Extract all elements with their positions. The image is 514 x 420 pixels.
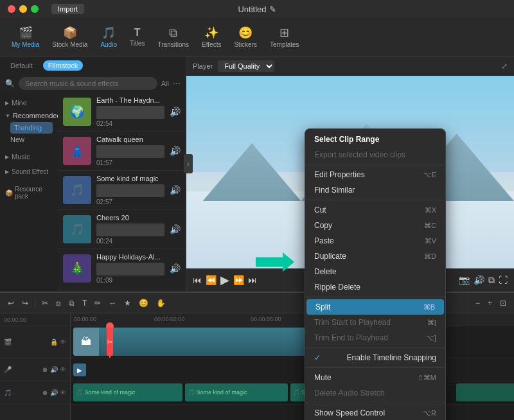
panel-collapse-btn[interactable]: ‹ [184, 154, 193, 173]
video-lock-icon[interactable]: 🔒 [50, 338, 58, 346]
sidebar-item-mine[interactable]: ▶ Mine [0, 96, 58, 109]
effects-icon: ✨ [204, 26, 218, 40]
cm-mute[interactable]: Mute ⇧⌘M [305, 370, 445, 385]
add-to-timeline-3[interactable]: 🔊 [170, 224, 181, 234]
text-button[interactable]: T [80, 297, 89, 309]
music-track-row[interactable]: 🎵 Some kind of magic 🎵 Some kind of magi… [71, 381, 514, 405]
music-clip-4[interactable] [456, 383, 514, 401]
audio-record-icon[interactable]: ⏺ [42, 366, 48, 373]
sidebar-item-sound-effect[interactable]: ▶ Sound Effect [0, 166, 58, 178]
arrow-shape [256, 252, 294, 272]
cm-ripple-delete[interactable]: Ripple Delete [305, 279, 445, 295]
pip-button[interactable]: ⧉ [488, 275, 495, 286]
sidebar-item-trending[interactable]: Trending [10, 122, 53, 134]
sidebar-item-recommended[interactable]: ▼ Recommended Trending New [0, 109, 58, 148]
cm-split[interactable]: Split ⌘B [306, 299, 444, 315]
music-item-1[interactable]: 👗 Catwalk queen 01:57 🔊 [58, 132, 186, 171]
right-controls: 📷 🔊 ⧉ ⛶ [459, 275, 508, 286]
effect-tl-button[interactable]: ★ [121, 297, 134, 309]
minimize-button[interactable] [19, 5, 27, 13]
cm-delete-audio-stretch[interactable]: Delete Audio Stretch [305, 385, 445, 401]
redo-button[interactable]: ↪ [19, 297, 31, 309]
audio-mute-icon[interactable]: 🔊 [50, 366, 58, 373]
cm-edit-properties[interactable]: Edit Properties ⌥E [305, 167, 445, 182]
transition-tl-button[interactable]: ↔ [106, 297, 119, 309]
stickers-icon: 😊 [238, 26, 253, 40]
nav-stickers[interactable]: 😊 Stickers [229, 23, 262, 51]
audio-track-row[interactable]: ▶ [71, 358, 514, 381]
audio-play-marker[interactable]: ▶ [73, 363, 86, 376]
nav-titles[interactable]: T Titles [125, 24, 150, 49]
nav-stock-media[interactable]: 📦 Stock Media [47, 23, 93, 51]
music-item-3[interactable]: 🎵 Cheers 20 00:24 🔊 [58, 210, 186, 249]
titles-icon: T [134, 27, 141, 39]
cm-enable-snapping[interactable]: Enable Timeline Snapping [305, 350, 445, 365]
add-to-timeline-4[interactable]: 🔊 [170, 263, 181, 274]
filter-more-icon[interactable]: ⋯ [173, 79, 181, 88]
skip-forward-button[interactable]: ⏭ [248, 275, 257, 285]
cm-copy[interactable]: Copy ⌘C [305, 218, 445, 233]
cut-button[interactable]: ✂ [39, 297, 51, 309]
skip-back-button[interactable]: ⏮ [193, 275, 202, 285]
maximize-button[interactable] [31, 5, 39, 13]
video-eye-icon[interactable]: 👁 [60, 338, 66, 346]
volume-button[interactable]: 🔊 [474, 275, 484, 285]
add-to-timeline-2[interactable]: 🔊 [170, 185, 181, 195]
add-to-timeline-0[interactable]: 🔊 [170, 107, 181, 117]
step-forward-button[interactable]: ⏩ [233, 275, 244, 285]
cm-trim-start[interactable]: Trim Start to Playhead ⌘[ [305, 315, 445, 330]
play-button[interactable]: ▶ [220, 273, 229, 287]
crop-button[interactable]: ⧈ [53, 297, 64, 309]
quality-select[interactable]: Full Quality [218, 60, 274, 72]
music-clip-2[interactable]: 🎵 Some kind of magic [185, 383, 288, 401]
tab-filmstock[interactable]: Filmstock [43, 60, 83, 71]
cm-find-similar[interactable]: Find Similar [305, 182, 445, 198]
resource-pack[interactable]: 📦 Resource pack [0, 183, 58, 202]
music-eye-icon[interactable]: 👁 [60, 389, 66, 396]
pen-button[interactable]: ✏ [92, 297, 103, 309]
fit-button[interactable]: ⊡ [497, 297, 509, 309]
music-mute-icon[interactable]: 🔊 [50, 389, 58, 396]
toolbar-divider-1 [35, 298, 35, 308]
import-button[interactable]: Import [51, 4, 84, 14]
cm-duplicate[interactable]: Duplicate ⌘D [305, 249, 445, 264]
music-thumb-4: 🎄 [63, 254, 91, 283]
nav-effects[interactable]: ✨ Effects [197, 23, 226, 51]
audio-eye-icon[interactable]: 👁 [60, 366, 66, 373]
fullscreen-icon[interactable]: ⤢ [501, 62, 508, 71]
mine-arrow-icon: ▶ [5, 100, 9, 106]
cm-paste[interactable]: Paste ⌘V [305, 233, 445, 249]
cm-trim-end[interactable]: Trim End to Playhead ⌥] [305, 330, 445, 346]
add-to-timeline-1[interactable]: 🔊 [170, 146, 181, 156]
nav-templates[interactable]: ⊞ Templates [265, 23, 305, 51]
hand-button[interactable]: ✋ [154, 297, 168, 309]
snapshot-button[interactable]: 📷 [459, 275, 470, 285]
music-record-icon[interactable]: ⏺ [42, 389, 48, 396]
nav-my-media[interactable]: 🎬 My Media [6, 23, 44, 51]
music-item-2[interactable]: 🎵 Some kind of magic 02:57 🔊 [58, 171, 186, 210]
sidebar-item-music[interactable]: ▶ Music [0, 150, 58, 163]
sidebar-item-new[interactable]: New [10, 134, 53, 145]
cm-delete[interactable]: Delete [305, 264, 445, 279]
music-clip-1[interactable]: 🎵 Some kind of magic [73, 383, 182, 401]
nav-transitions[interactable]: ⧉ Transitions [153, 24, 195, 51]
zoom-out-button[interactable]: − [473, 297, 483, 309]
split-button[interactable]: ⧉ [66, 297, 77, 309]
cm-show-speed-control[interactable]: Show Speed Control ⌥R [305, 405, 445, 420]
music-item-4[interactable]: 🎄 Happy Holidays-Al... 01:09 🔊 [58, 249, 186, 288]
fullscreen-button[interactable]: ⛶ [499, 275, 508, 285]
tab-default[interactable]: Default [5, 60, 38, 71]
video-track-row[interactable]: 🏔 ✂ [71, 326, 514, 358]
zoom-in-button[interactable]: + [485, 297, 495, 309]
sticker-tl-button[interactable]: 😊 [136, 297, 151, 309]
undo-button[interactable]: ↩ [5, 297, 17, 309]
nav-audio[interactable]: 🎵 Audio [95, 23, 122, 51]
filter-all[interactable]: All [161, 80, 169, 87]
search-input[interactable] [19, 77, 157, 90]
close-button[interactable] [8, 5, 15, 13]
cm-divider-5 [305, 367, 445, 368]
step-back-button[interactable]: ⏪ [206, 275, 217, 285]
cm-cut[interactable]: Cut ⌘X [305, 202, 445, 218]
context-menu: Select Clip Range Export selected video … [305, 128, 446, 420]
music-item-0[interactable]: 🌍 Earth - The Haydn... 02:54 🔊 [58, 92, 186, 132]
